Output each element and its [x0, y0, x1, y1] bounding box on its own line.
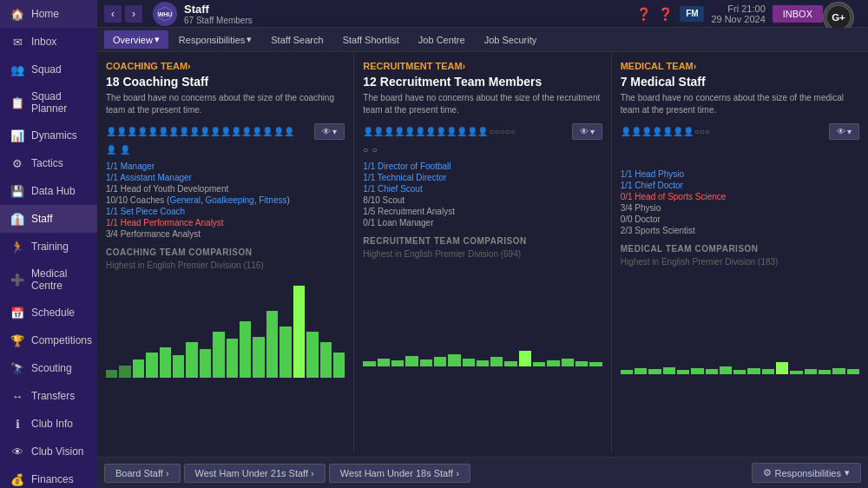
sidebar-item-medical[interactable]: ➕ Medical Centre	[0, 260, 97, 299]
sidebar-item-data-hub[interactable]: 💾 Data Hub	[0, 177, 97, 205]
subnav-overview[interactable]: Overview ▾	[104, 30, 168, 49]
coaching-staff-list: 1/1 Manager 1/1 Assistant Manager 1/1 He…	[106, 162, 345, 241]
bar	[405, 356, 418, 366]
bar	[490, 357, 503, 366]
tab-u18-staff[interactable]: West Ham Under 18s Staff ›	[329, 464, 470, 483]
responsibilities-button[interactable]: ⚙ Responsibilities ▾	[752, 463, 861, 483]
bar	[747, 368, 760, 374]
coaching-head-perf-link[interactable]: 1/1 Head Performance Analyst	[106, 218, 224, 228]
finances-icon: 💰	[10, 472, 24, 486]
responsibilities-icon: ⚙	[763, 467, 772, 478]
sidebar-item-squad[interactable]: 👥 Squad	[0, 56, 97, 83]
coaching-perf-analyst-row: 3/4 Performance Analyst	[106, 229, 345, 239]
bar	[648, 369, 661, 374]
coaching-set-piece-link[interactable]: 1/1 Set Piece Coach	[106, 207, 185, 216]
sidebar-item-dynamics[interactable]: 📊 Dynamics	[0, 122, 97, 149]
bar	[186, 342, 197, 378]
subnav-staff-shortlist[interactable]: Staff Shortlist	[334, 31, 408, 49]
sidebar-item-scouting[interactable]: 🔭 Scouting	[0, 354, 97, 382]
bar-highlight	[293, 286, 305, 378]
sidebar-label-training: Training	[31, 241, 69, 253]
medical-view-button[interactable]: 👁 ▾	[829, 123, 859, 140]
medical-team-column: MEDICAL TEAM› 7 Medical Staff The board …	[612, 52, 868, 453]
inbox-icon: ✉	[10, 35, 24, 49]
recruitment-dof-link[interactable]: 1/1 Director of Football	[363, 162, 450, 171]
coaching-view-button[interactable]: 👁 ▾	[314, 123, 345, 140]
medical-chief-doctor-link[interactable]: 1/1 Chief Doctor	[621, 181, 683, 190]
sidebar-label-home: Home	[31, 8, 59, 20]
recruitment-team-header[interactable]: RECRUITMENT TEAM›	[363, 61, 602, 71]
coaching-team-title: 18 Coaching Staff	[106, 75, 345, 89]
sidebar-item-squad-planner[interactable]: 📋 Squad Planner	[0, 83, 97, 122]
coaching-youth-dev-text: 1/1 Head of Youth Development	[106, 184, 228, 194]
nav-forward-button[interactable]: ›	[125, 5, 142, 23]
recruitment-technical-dir-row: 1/1 Technical Director	[363, 173, 602, 182]
recruitment-view-button[interactable]: 👁 ▾	[572, 123, 602, 140]
sidebar-item-inbox[interactable]: ✉ Inbox	[0, 28, 97, 56]
nav-arrows: ‹ ›	[97, 5, 149, 23]
recruitment-analyst-text: 1/5 Recruitment Analyst	[363, 207, 455, 216]
nav-back-button[interactable]: ‹	[104, 5, 122, 23]
competitions-icon: 🏆	[10, 333, 24, 347]
bottom-tabs: Board Staff › West Ham Under 21s Staff ›…	[97, 457, 868, 488]
info-icon[interactable]: ❓	[658, 7, 673, 21]
medical-sports-sci-text: 2/3 Sports Scientist	[621, 226, 695, 235]
bar	[173, 355, 184, 378]
coaching-asst-manager-row: 1/1 Assistant Manager	[106, 173, 345, 182]
sidebar-item-transfers[interactable]: ↔ Transfers	[0, 382, 97, 410]
help-icon[interactable]: ❓	[636, 7, 651, 21]
coaching-set-piece-row: 1/1 Set Piece Coach	[106, 207, 345, 216]
sidebar-item-club-vision[interactable]: 👁 Club Vision	[0, 438, 97, 465]
transfers-icon: ↔	[10, 389, 24, 403]
coaching-coaches-text: 10/10 Coaches (	[106, 195, 169, 205]
coaching-team-desc: The board have no concerns about the siz…	[106, 92, 345, 116]
bar	[106, 370, 117, 378]
sidebar-item-competitions[interactable]: 🏆 Competitions	[0, 326, 97, 354]
coaching-goalkeeping-link[interactable]: Goalkeeping	[206, 195, 254, 205]
sidebar-item-staff[interactable]: 👔 Staff	[0, 205, 97, 233]
recruitment-chief-scout-link[interactable]: 1/1 Chief Scout	[363, 184, 422, 194]
subnav: Overview ▾ Responsibilities ▾ Staff Sear…	[97, 28, 868, 52]
recruitment-extra-icons: ○ ○	[363, 145, 602, 155]
coaching-manager-link[interactable]: 1/1 Manager	[106, 162, 155, 171]
bar	[213, 332, 224, 378]
sidebar-item-home[interactable]: 🏠 Home	[0, 0, 97, 28]
coaching-general-link[interactable]: General	[169, 195, 201, 205]
sidebar-item-training[interactable]: 🏃 Training	[0, 233, 97, 260]
coaching-manager-row: 1/1 Manager	[106, 162, 345, 171]
medical-team-header[interactable]: MEDICAL TEAM›	[621, 61, 859, 71]
bar	[575, 361, 588, 366]
coaching-team-header[interactable]: COACHING TEAM›	[106, 61, 345, 71]
bar	[253, 337, 264, 378]
coaching-coaches-row: 10/10 Coaches (General, Goalkeeping, Fit…	[106, 195, 345, 205]
bar	[160, 347, 171, 378]
inbox-button[interactable]: INBOX	[773, 5, 823, 23]
medical-sports-sci-head-link[interactable]: 0/1 Head of Sports Science	[621, 192, 727, 201]
coaching-fitness-link[interactable]: Fitness	[259, 195, 286, 205]
medical-team-title: 7 Medical Staff	[621, 75, 859, 89]
scouting-icon: 🔭	[10, 361, 24, 375]
training-icon: 🏃	[10, 240, 24, 254]
sidebar-item-tactics[interactable]: ⚙ Tactics	[0, 149, 97, 177]
medical-chief-doctor-row: 1/1 Chief Doctor	[621, 181, 859, 190]
medical-icons-row: 👤👤👤👤👤👤👤 ○○○ 👁 ▾	[621, 123, 859, 140]
subnav-job-security[interactable]: Job Security	[476, 31, 546, 49]
medical-head-physio-link[interactable]: 1/1 Head Physio	[621, 169, 684, 179]
sidebar: 🏠 Home ✉ Inbox 👥 Squad 📋 Squad Planner 📊…	[0, 0, 97, 488]
tab-u21-staff[interactable]: West Ham Under 21s Staff ›	[184, 464, 326, 483]
coaching-youth-dev-row: 1/1 Head of Youth Development	[106, 184, 345, 194]
tab-board-staff[interactable]: Board Staff ›	[104, 464, 181, 483]
medical-physio-row: 3/4 Physio	[621, 203, 859, 213]
main-content: COACHING TEAM› 18 Coaching Staff The boa…	[97, 52, 868, 488]
subnav-responsibilities[interactable]: Responsibilities ▾	[170, 30, 260, 49]
sidebar-item-schedule[interactable]: 📅 Schedule	[0, 299, 97, 326]
bar	[266, 311, 278, 378]
coaching-asst-manager-link[interactable]: 1/1 Assistant Manager	[106, 173, 192, 182]
sidebar-item-club-info[interactable]: ℹ Club Info	[0, 410, 97, 438]
subnav-staff-search[interactable]: Staff Search	[262, 31, 332, 49]
coaching-comparison-title: COACHING TEAM COMPARISON	[106, 247, 345, 257]
sidebar-item-finances[interactable]: 💰 Finances	[0, 465, 97, 488]
recruitment-technical-dir-link[interactable]: 1/1 Technical Director	[363, 173, 446, 182]
subnav-job-centre[interactable]: Job Centre	[410, 31, 474, 49]
bar	[533, 362, 545, 366]
